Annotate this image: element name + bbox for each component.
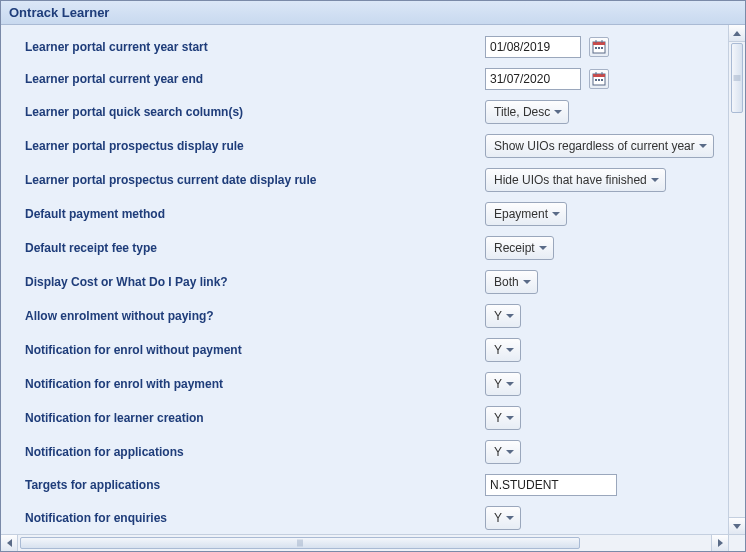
chevron-right-icon [718, 539, 723, 547]
row-notif-enquiries: Notification for enquiries Y [1, 501, 728, 534]
label-year-end: Learner portal current year end [25, 72, 485, 86]
dropdown-notif-enquiries[interactable]: Y [485, 506, 521, 530]
svg-rect-4 [595, 47, 597, 49]
dropdown-prospectus-date-rule[interactable]: Hide UIOs that have finished [485, 168, 666, 192]
dropdown-prospectus-rule[interactable]: Show UIOs regardless of current year [485, 134, 714, 158]
calendar-icon [592, 40, 606, 54]
scroll-up-button[interactable] [729, 25, 745, 42]
chevron-down-icon [733, 524, 741, 529]
dropdown-default-receipt[interactable]: Receipt [485, 236, 554, 260]
row-prospectus-date-rule: Learner portal prospectus current date d… [1, 163, 728, 197]
label-notif-applications: Notification for applications [25, 445, 485, 459]
input-targets-applications[interactable] [485, 474, 617, 496]
bottom-scroll-strip [1, 534, 745, 551]
content-area: Learner portal current year start Learne… [1, 25, 745, 534]
scroll-corner [728, 534, 745, 551]
dropdown-default-payment[interactable]: Epayment [485, 202, 567, 226]
dropdown-value: Y [494, 511, 502, 525]
label-prospectus-date-rule: Learner portal prospectus current date d… [25, 173, 485, 187]
dropdown-notif-learner-creation[interactable]: Y [485, 406, 521, 430]
svg-rect-6 [601, 47, 603, 49]
horizontal-scrollbar[interactable] [1, 534, 728, 551]
dropdown-value: Y [494, 445, 502, 459]
label-default-receipt: Default receipt fee type [25, 241, 485, 255]
dropdown-value: Y [494, 309, 502, 323]
row-default-receipt: Default receipt fee type Receipt [1, 231, 728, 265]
label-notif-learner-creation: Notification for learner creation [25, 411, 485, 425]
label-notif-enrol-no-pay: Notification for enrol without payment [25, 343, 485, 357]
calendar-button-year-start[interactable] [589, 37, 609, 57]
dropdown-value: Y [494, 377, 502, 391]
label-default-payment: Default payment method [25, 207, 485, 221]
row-notif-enrol-pay: Notification for enrol with payment Y [1, 367, 728, 401]
row-notif-learner-creation: Notification for learner creation Y [1, 401, 728, 435]
settings-scroll-body: Learner portal current year start Learne… [1, 25, 728, 534]
row-year-end: Learner portal current year end [1, 63, 728, 95]
svg-rect-5 [598, 47, 600, 49]
label-display-cost: Display Cost or What Do I Pay link? [25, 275, 485, 289]
scroll-right-button[interactable] [711, 535, 728, 551]
dropdown-value: Show UIOs regardless of current year [494, 139, 695, 153]
dropdown-value: Epayment [494, 207, 548, 221]
horizontal-scroll-thumb[interactable] [20, 537, 580, 549]
calendar-button-year-end[interactable] [589, 69, 609, 89]
vertical-scroll-thumb[interactable] [731, 43, 743, 113]
ontrack-learner-window: Ontrack Learner Learner portal current y… [0, 0, 746, 552]
row-year-start: Learner portal current year start [1, 31, 728, 63]
row-prospectus-rule: Learner portal prospectus display rule S… [1, 129, 728, 163]
label-allow-enrol-no-pay: Allow enrolment without paying? [25, 309, 485, 323]
svg-rect-12 [598, 79, 600, 81]
svg-rect-11 [595, 79, 597, 81]
label-year-start: Learner portal current year start [25, 40, 485, 54]
dropdown-notif-enrol-no-pay[interactable]: Y [485, 338, 521, 362]
row-notif-enrol-no-pay: Notification for enrol without payment Y [1, 333, 728, 367]
row-display-cost: Display Cost or What Do I Pay link? Both [1, 265, 728, 299]
dropdown-value: Y [494, 411, 502, 425]
dropdown-value: Title, Desc [494, 105, 550, 119]
row-notif-applications: Notification for applications Y [1, 435, 728, 469]
svg-rect-1 [593, 42, 605, 45]
chevron-left-icon [7, 539, 12, 547]
horizontal-scroll-track[interactable] [18, 535, 711, 551]
dropdown-value: Y [494, 343, 502, 357]
dropdown-allow-enrol-no-pay[interactable]: Y [485, 304, 521, 328]
dropdown-value: Receipt [494, 241, 535, 255]
calendar-icon [592, 72, 606, 86]
dropdown-display-cost[interactable]: Both [485, 270, 538, 294]
label-notif-enrol-pay: Notification for enrol with payment [25, 377, 485, 391]
scroll-down-button[interactable] [729, 517, 745, 534]
row-default-payment: Default payment method Epayment [1, 197, 728, 231]
row-quick-search: Learner portal quick search column(s) Ti… [1, 95, 728, 129]
svg-rect-8 [593, 74, 605, 77]
input-year-start[interactable] [485, 36, 581, 58]
row-targets-applications: Targets for applications [1, 469, 728, 501]
svg-rect-13 [601, 79, 603, 81]
dropdown-value: Hide UIOs that have finished [494, 173, 647, 187]
window-title: Ontrack Learner [1, 1, 745, 25]
vertical-scrollbar[interactable] [728, 25, 745, 534]
dropdown-notif-enrol-pay[interactable]: Y [485, 372, 521, 396]
chevron-up-icon [733, 31, 741, 36]
row-allow-enrol-no-pay: Allow enrolment without paying? Y [1, 299, 728, 333]
label-quick-search: Learner portal quick search column(s) [25, 105, 485, 119]
scroll-left-button[interactable] [1, 535, 18, 551]
label-prospectus-rule: Learner portal prospectus display rule [25, 139, 485, 153]
label-targets-applications: Targets for applications [25, 478, 485, 492]
input-year-end[interactable] [485, 68, 581, 90]
dropdown-value: Both [494, 275, 519, 289]
dropdown-quick-search[interactable]: Title, Desc [485, 100, 569, 124]
settings-rows: Learner portal current year start Learne… [1, 25, 728, 534]
dropdown-notif-applications[interactable]: Y [485, 440, 521, 464]
label-notif-enquiries: Notification for enquiries [25, 511, 485, 525]
